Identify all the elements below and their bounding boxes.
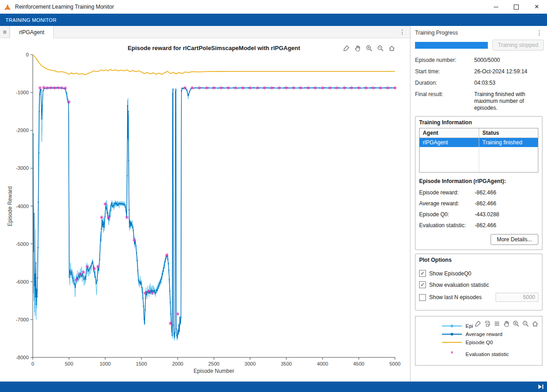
option-show-evaluation-statistic: ✓ Show evaluation statistic (419, 281, 538, 288)
episode-reward-line (33, 87, 395, 341)
option-show-episodeq0: ✓ Show EpisodeQ0 (419, 270, 538, 277)
field-average-reward: Average reward: -862.466 (419, 200, 538, 207)
legend: Episode reward Average reward Episode Q0… (415, 316, 542, 366)
app-logo-icon (4, 3, 11, 11)
field-label: Final result: (415, 91, 474, 112)
minimize-button[interactable] (486, 0, 506, 14)
brush-tool-button[interactable] (474, 320, 482, 328)
zoom-out-button[interactable] (522, 320, 530, 328)
tab-rlpgagent[interactable]: rlPGAgent (10, 26, 54, 38)
field-value: -443.0288 (475, 211, 499, 218)
field-value: 04:03:53 (474, 80, 542, 87)
show-last-n-checkbox[interactable] (419, 294, 426, 301)
svg-text:0: 0 (31, 361, 34, 367)
field-evaluation-statistic: Evaluation statistic: -862.466 (419, 222, 538, 229)
zoom-in-button[interactable] (365, 44, 374, 53)
checkbox-label: Show evaluation statistic (429, 282, 489, 288)
asterisk-marker-icon: * (442, 352, 462, 356)
svg-text:-2000: -2000 (16, 127, 29, 133)
table-row[interactable]: rlPGAgent Training finished (420, 138, 538, 147)
tab-list-button[interactable] (0, 26, 10, 38)
legend-item-average-reward[interactable]: Average reward (442, 331, 542, 337)
skip-end-icon (537, 383, 544, 390)
panel-content: Training stopped Episode number: 5000/50… (410, 38, 547, 382)
menu-icon (493, 320, 501, 327)
svg-text:-6000: -6000 (16, 279, 29, 285)
zoom-out-button[interactable] (376, 44, 385, 53)
pan-tool-button[interactable] (353, 44, 362, 53)
field-value: 26-Oct-2024 12:59:14 (474, 68, 542, 75)
pan-icon (354, 45, 361, 52)
svg-text:-7000: -7000 (16, 317, 29, 322)
x-axis-label: Episode Number (193, 368, 234, 374)
window-title: Reinforcement Learning Training Monitor (15, 4, 486, 10)
svg-text:-3000: -3000 (16, 165, 29, 171)
cell-agent: rlPGAgent (420, 138, 479, 147)
legend-label: Evaluation statistic (466, 351, 509, 357)
field-label: Episode reward: (419, 189, 475, 196)
svg-text:-8000: -8000 (16, 355, 29, 360)
ribbon-tab-training-monitor[interactable]: TRAINING MONITOR (5, 17, 56, 23)
brush-tool-button[interactable] (342, 44, 351, 53)
show-episodeq0-checkbox[interactable]: ✓ (419, 270, 426, 277)
field-label: Duration: (415, 80, 474, 87)
training-progress-panel: Training Progress ⋮ Training stopped Epi… (410, 26, 547, 382)
svg-text:3500: 3500 (281, 361, 292, 367)
svg-text:2500: 2500 (208, 361, 219, 367)
restore-view-button[interactable] (531, 320, 539, 328)
agent-status-table: Agent Status rlPGAgent Training finished (419, 128, 538, 173)
field-episode-reward: Episode reward: -862.466 (419, 189, 538, 196)
restore-view-button[interactable] (387, 44, 396, 53)
field-value: 5000/5000 (474, 57, 542, 64)
y-axis-label: Episode Reward (7, 186, 13, 226)
progress-bar (415, 42, 488, 49)
main-area: rlPGAgent ⋮ Episode reward for rlCartPol… (0, 26, 547, 382)
legend-item-episode-q0[interactable]: Episode Q0 (442, 339, 542, 346)
training-stopped-button: Training stopped (492, 40, 544, 51)
average-reward-line (33, 88, 395, 338)
brush-icon (343, 45, 350, 52)
tab-strip: rlPGAgent ⋮ (0, 26, 410, 38)
menu-button[interactable] (493, 320, 501, 328)
episode-information-title: Episode Information (rlPGAgent): (419, 178, 538, 184)
svg-text:-5000: -5000 (16, 241, 29, 247)
tab-strip-menu[interactable]: ⋮ (399, 26, 405, 38)
kebab-menu-icon: ⋮ (399, 29, 405, 35)
more-details-button[interactable]: More Details... (491, 234, 538, 245)
evaluation-statistic-marker (39, 86, 42, 90)
svg-text:500: 500 (65, 361, 73, 367)
table-header-agent: Agent (420, 128, 479, 137)
status-bar (0, 382, 547, 392)
close-button[interactable]: × (527, 0, 547, 14)
zoom-in-button[interactable] (512, 320, 520, 328)
line-sample (442, 332, 462, 336)
field-value: -862.466 (475, 200, 496, 207)
cell-status: Training finished (479, 138, 538, 147)
field-label: Evaluation statistic: (419, 222, 475, 229)
field-duration: Duration: 04:03:53 (415, 80, 542, 87)
svg-text:4500: 4500 (353, 361, 364, 367)
zoom-in-icon (512, 320, 520, 327)
print-button[interactable] (483, 320, 491, 328)
training-information-group: Training Information Agent Status rlPGAg… (415, 116, 542, 250)
home-icon (532, 320, 539, 327)
pan-tool-button[interactable] (502, 320, 511, 328)
svg-text:1000: 1000 (100, 361, 111, 367)
svg-text:0: 0 (26, 52, 29, 57)
maximize-button[interactable] (506, 0, 527, 14)
episode-reward-chart[interactable]: Episode reward for rlCartPoleSimscapeMod… (0, 38, 410, 382)
zoom-out-icon (377, 45, 384, 52)
evaluation-statistic-marker (100, 215, 103, 219)
progress-fill (415, 42, 488, 49)
legend-item-evaluation-statistic[interactable]: * Evaluation statistic (442, 351, 542, 357)
line-sample (442, 324, 462, 328)
progress-row: Training stopped (415, 40, 542, 51)
field-episode-q0: Episode Q0: -443.0288 (419, 211, 538, 218)
expand-panel-button[interactable] (537, 383, 544, 390)
table-header-row: Agent Status (420, 128, 538, 138)
plot-options-group: Plot Options ✓ Show EpisodeQ0 ✓ Show eva… (415, 254, 542, 311)
ribbon: TRAINING MONITOR (0, 14, 547, 26)
show-evaluation-statistic-checkbox[interactable]: ✓ (419, 281, 426, 288)
panel-menu-button[interactable]: ⋮ (536, 30, 542, 36)
field-start-time: Start time: 26-Oct-2024 12:59:14 (415, 68, 542, 75)
